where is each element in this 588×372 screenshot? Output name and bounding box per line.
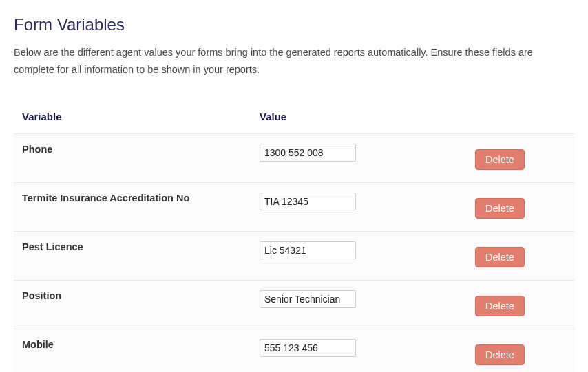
variable-label: Termite Insurance Accreditation No xyxy=(22,193,260,204)
form-variables-table: Variable Value Phone Delete Termite Insu… xyxy=(14,104,574,372)
delete-button[interactable]: Delete xyxy=(475,247,525,267)
page-description: Below are the different agent values you… xyxy=(14,44,574,78)
header-variable: Variable xyxy=(22,111,260,122)
variable-label: Phone xyxy=(22,144,260,155)
delete-button[interactable]: Delete xyxy=(475,296,525,316)
value-input-phone[interactable] xyxy=(260,144,356,162)
header-value: Value xyxy=(260,111,566,122)
table-row: Phone Delete xyxy=(14,133,574,182)
value-input-mobile[interactable] xyxy=(260,339,356,357)
variable-label: Mobile xyxy=(22,339,260,350)
table-row: Termite Insurance Accreditation No Delet… xyxy=(14,182,574,231)
value-input-termite-insurance[interactable] xyxy=(260,193,356,210)
delete-button[interactable]: Delete xyxy=(475,198,525,219)
page-title: Form Variables xyxy=(14,15,574,34)
value-input-position[interactable] xyxy=(260,290,356,308)
variable-label: Pest Licence xyxy=(22,241,260,252)
delete-button[interactable]: Delete xyxy=(475,149,525,170)
table-row: Position Delete xyxy=(14,280,574,329)
table-header-row: Variable Value xyxy=(14,104,574,133)
table-row: Pest Licence Delete xyxy=(14,231,574,280)
delete-button[interactable]: Delete xyxy=(475,344,525,365)
variable-label: Position xyxy=(22,290,260,301)
table-row: Mobile Delete xyxy=(14,329,574,372)
value-input-pest-licence[interactable] xyxy=(260,241,356,259)
